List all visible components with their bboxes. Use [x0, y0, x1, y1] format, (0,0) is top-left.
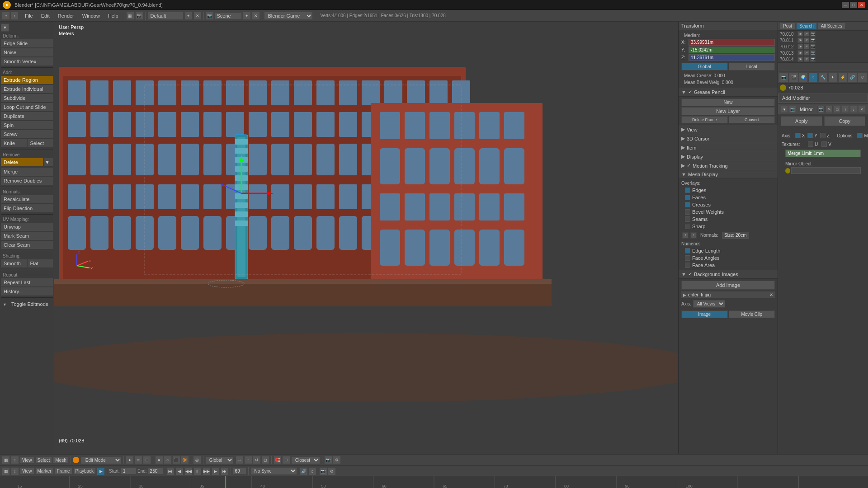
- vt-mesh-btn[interactable]: Mesh: [53, 457, 68, 464]
- render-icon-3[interactable]: 📷: [810, 50, 816, 56]
- audio-icon2[interactable]: ♫: [308, 467, 316, 475]
- y-coord-input[interactable]: [689, 47, 775, 53]
- vt-icon2[interactable]: ↕: [11, 456, 19, 464]
- screw-btn[interactable]: Screw: [1, 130, 53, 139]
- engine-selector[interactable]: Blender Game Blender Render Cycles: [264, 12, 313, 20]
- timeline-strip[interactable]: 15 25 30 35 40 50 60 65 70 80 90 100: [0, 476, 868, 488]
- timeline-icon1[interactable]: ▦: [2, 467, 10, 475]
- next-frame-icon[interactable]: ▶: [212, 467, 220, 475]
- render-icon-0[interactable]: 📷: [810, 31, 816, 37]
- smooth-vertex-btn[interactable]: Smooth Vertex: [1, 57, 53, 66]
- extrude-region-btn[interactable]: Extrude Region: [1, 76, 53, 84]
- edge-mode[interactable]: ━: [134, 456, 142, 464]
- grease-pencil-section[interactable]: ▼ ✓ Grease Pencil: [679, 88, 778, 97]
- prev-frame-icon[interactable]: ◀: [175, 467, 184, 475]
- edges-checkbox[interactable]: [685, 188, 690, 193]
- menu-file[interactable]: File: [21, 12, 37, 19]
- merge-limit-input[interactable]: [785, 150, 861, 157]
- mod-x-icon[interactable]: ✕: [858, 106, 865, 113]
- camera-icon[interactable]: 📷: [206, 12, 214, 20]
- mod-icon-camera[interactable]: 📷: [789, 106, 796, 113]
- render-icon-2[interactable]: 📷: [810, 44, 816, 49]
- play-icon[interactable]: ▶: [97, 467, 105, 475]
- cursor-3d-section[interactable]: ▶ 3D Cursor: [679, 134, 778, 143]
- scene-tab[interactable]: Search: [796, 23, 817, 29]
- vt-view-btn[interactable]: View: [20, 457, 34, 464]
- render-icon-1[interactable]: 📷: [810, 38, 816, 43]
- loop-cut-btn[interactable]: Loop Cut and Slide: [1, 103, 53, 112]
- vt-select-btn[interactable]: Select: [35, 457, 52, 464]
- new-layer-btn[interactable]: New Layer: [681, 107, 775, 115]
- object-props-icon[interactable]: ○: [808, 72, 818, 82]
- recalculate-btn[interactable]: Recalculate: [1, 195, 53, 204]
- tl-view-btn[interactable]: View: [20, 468, 34, 474]
- image-tab[interactable]: Image: [681, 310, 728, 318]
- motion-tracking-section[interactable]: ▶ ✓ Motion Tracking: [679, 161, 778, 170]
- transform-icon3[interactable]: ↺: [253, 456, 261, 464]
- viewport-icon[interactable]: ▦: [126, 12, 134, 20]
- tl-marker-btn[interactable]: Marker: [35, 468, 54, 474]
- duplicate-btn[interactable]: Duplicate: [1, 112, 53, 121]
- eye-icon-4[interactable]: 👁: [797, 56, 803, 62]
- z-coord-input[interactable]: [689, 54, 775, 61]
- extrude-individual-btn[interactable]: Extrude Individual: [1, 85, 53, 94]
- mod-down-icon[interactable]: ↓: [850, 106, 857, 113]
- axis-y-checkbox[interactable]: [807, 133, 813, 138]
- scene-item-4[interactable]: 70.014 👁 ↗ 📷: [778, 56, 868, 62]
- knife-btn[interactable]: Knife: [1, 139, 27, 148]
- convert-btn[interactable]: Convert: [729, 116, 775, 123]
- scene-item-0[interactable]: 70.010 👁 ↗ 📷: [778, 31, 868, 37]
- current-frame-input[interactable]: [233, 468, 246, 474]
- skip-end-icon[interactable]: ⏭: [221, 467, 229, 475]
- menu-window[interactable]: Window: [79, 12, 104, 19]
- mirror-object-input[interactable]: [791, 167, 861, 174]
- blender-icon[interactable]: 🔸: [2, 12, 10, 20]
- movie-clip-tab[interactable]: Movie Clip: [729, 310, 775, 318]
- vt-icon1[interactable]: ▦: [2, 456, 10, 464]
- new-gp-btn[interactable]: New: [681, 99, 775, 106]
- tex-u-checkbox[interactable]: [808, 141, 813, 147]
- cursor-icon-1[interactable]: ↗: [804, 38, 809, 43]
- background-images-section[interactable]: ▼ ✓ Background Images: [679, 270, 778, 279]
- normals-size-input[interactable]: [722, 232, 749, 239]
- normal-vert-icon[interactable]: ↑: [682, 232, 689, 239]
- add-modifier-btn[interactable]: Add Modifier: [778, 94, 868, 103]
- render-icon-4[interactable]: 📷: [810, 56, 816, 62]
- select-btn[interactable]: Select: [28, 139, 53, 148]
- vert-mode[interactable]: ●: [126, 456, 134, 464]
- item-section[interactable]: ▶ Item: [679, 143, 778, 152]
- mod-icon-down[interactable]: ▼: [781, 106, 788, 113]
- left-panel-icon1[interactable]: ▼: [1, 23, 9, 32]
- eye-icon-3[interactable]: 👁: [797, 50, 803, 56]
- pause-icon[interactable]: ⏸: [193, 467, 202, 475]
- transform-icon2[interactable]: ↕: [244, 456, 252, 464]
- view-icon2[interactable]: ⚙: [333, 456, 341, 464]
- world-props-icon[interactable]: 🌍: [799, 72, 808, 82]
- tl-icon2[interactable]: ⚙: [328, 467, 336, 475]
- global-btn[interactable]: Global: [681, 63, 728, 70]
- local-btn[interactable]: Local: [729, 63, 775, 70]
- toggle-editmode-btn[interactable]: Toggle Editmode: [9, 300, 51, 308]
- start-frame-input[interactable]: [121, 468, 137, 474]
- faces-checkbox[interactable]: [685, 195, 690, 200]
- axis-z-checkbox[interactable]: [820, 133, 826, 138]
- repeat-last-btn[interactable]: Repeat Last: [1, 278, 53, 287]
- mod-cage-icon[interactable]: □: [834, 106, 841, 113]
- menu-help[interactable]: Help: [104, 12, 122, 19]
- face-area-checkbox[interactable]: [685, 263, 690, 268]
- view-icon1[interactable]: 📷: [324, 456, 332, 464]
- close-button[interactable]: ✕: [858, 2, 865, 8]
- transform-icon1[interactable]: ↔: [236, 456, 244, 464]
- scene-del[interactable]: ✕: [252, 12, 260, 20]
- sync-selector[interactable]: No Sync Frame Dropping Sync to Audio: [250, 467, 297, 475]
- snap-target[interactable]: Closest Active Center: [291, 456, 320, 464]
- render-view-icon[interactable]: 🔆: [181, 456, 189, 464]
- menu-render[interactable]: Render: [54, 12, 78, 19]
- eye-icon-0[interactable]: 👁: [797, 31, 803, 37]
- render-props-icon[interactable]: 📷: [779, 72, 788, 82]
- transform-space[interactable]: Global Local Normal: [205, 456, 234, 464]
- post-tab[interactable]: Post: [780, 23, 795, 29]
- tl-icon1[interactable]: 📷: [319, 467, 327, 475]
- maximize-button[interactable]: □: [850, 2, 857, 8]
- all-scenes-tab[interactable]: All Scenes: [818, 23, 845, 29]
